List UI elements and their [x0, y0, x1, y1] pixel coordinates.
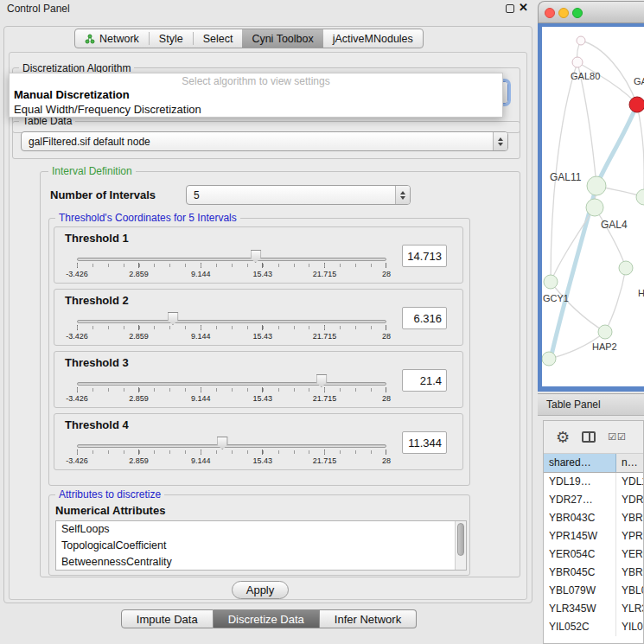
tick-label: -3.426 — [66, 332, 88, 341]
table-cell: YDR27… — [544, 491, 616, 509]
tick-marks-minor — [77, 450, 386, 454]
tick-label: 21.715 — [313, 332, 337, 341]
attribute-item[interactable]: BetweennessCentrality — [56, 554, 466, 571]
tab-cyni-toolbox[interactable]: Cyni Toolbox — [242, 29, 322, 48]
network-node-red[interactable] — [629, 97, 644, 112]
network-node[interactable] — [619, 261, 633, 275]
algorithm-popup-menu: Select algorithm to view settings Manual… — [9, 73, 503, 118]
table-row[interactable]: YBR043CYBR0 — [544, 509, 643, 527]
tick-label: 28 — [382, 332, 391, 341]
network-node[interactable] — [577, 36, 585, 45]
tick-label: 15.43 — [253, 270, 273, 278]
tick-label: 15.43 — [253, 394, 273, 403]
attributes-scrollbar[interactable] — [455, 521, 466, 570]
table-cell: YBR045C — [544, 564, 616, 582]
tab-jactivemodules[interactable]: jActiveMNodules — [323, 29, 423, 48]
threshold-value-field — [402, 369, 447, 392]
network-node[interactable] — [542, 352, 556, 366]
network-node[interactable] — [598, 325, 612, 339]
network-node-label: GAL80 — [571, 71, 600, 81]
table-data-select[interactable]: galFiltered.sif default node — [21, 131, 508, 151]
table-row[interactable]: YPR145WYPR1 — [544, 527, 643, 545]
attribute-item[interactable]: SelfLoops — [56, 521, 466, 538]
table-cell: YER054C — [544, 545, 616, 564]
tab-impute-data[interactable]: Impute Data — [121, 609, 214, 628]
slider-track[interactable] — [77, 320, 386, 323]
scrollbar-thumb[interactable] — [457, 523, 464, 556]
tab-infer-network[interactable]: Infer Network — [320, 609, 417, 628]
tab-discretize-data[interactable]: Discretize Data — [214, 609, 320, 628]
table-cell: YBL079W — [544, 582, 616, 600]
columns-icon[interactable] — [582, 431, 596, 443]
network-node[interactable] — [587, 176, 606, 195]
threshold-value-field — [402, 307, 447, 329]
network-node[interactable] — [636, 189, 644, 205]
table-row[interactable]: YBR045CYBR0 — [544, 564, 643, 582]
column-header-name[interactable]: n… — [616, 454, 643, 472]
network-node-label: GAL4 — [601, 219, 628, 231]
tick-labels: -3.4262.8599.14415.4321.71528 — [77, 456, 386, 467]
tab-network[interactable]: Network — [75, 29, 149, 48]
table-row[interactable]: YDR27…YDR2 — [544, 491, 643, 509]
select-arrows-icon — [493, 132, 507, 150]
table-cell: YDR2 — [616, 491, 643, 509]
tab-style[interactable]: Style — [150, 29, 193, 48]
column-visibility-icon[interactable]: ☑ ☑ — [608, 432, 626, 442]
tab-style-label: Style — [159, 33, 183, 45]
tick-labels: -3.4262.8599.14415.4321.71528 — [77, 332, 386, 342]
table-row[interactable]: YBL079WYBL0 — [544, 582, 643, 600]
float-icon[interactable] — [506, 4, 514, 13]
network-node[interactable] — [586, 199, 603, 216]
apply-button[interactable]: Apply — [232, 581, 289, 599]
attribute-item[interactable]: TopologicalCoefficient — [56, 538, 466, 554]
tick-label: 2.859 — [129, 394, 149, 403]
threshold-value-input[interactable] — [402, 369, 447, 392]
slider-track[interactable] — [77, 258, 386, 261]
popup-item-equal-width-frequency[interactable]: Equal Width/Frequency Discretization — [10, 102, 502, 118]
tab-select[interactable]: Select — [194, 29, 243, 48]
slider-track[interactable] — [77, 382, 386, 386]
tab-select-label: Select — [203, 33, 233, 45]
threshold-value-field — [402, 431, 447, 454]
traffic-light-close[interactable] — [545, 8, 555, 18]
traffic-light-zoom[interactable] — [572, 8, 583, 18]
network-edge — [577, 62, 637, 105]
network-edge — [605, 268, 626, 332]
threshold-value-field — [402, 245, 447, 267]
table-row[interactable]: YIL052CYIL0 — [544, 618, 643, 636]
tick-label: 2.859 — [129, 456, 149, 465]
network-node[interactable] — [544, 275, 558, 289]
table-rows: YDL19…YDL1YDR27…YDR2YBR043CYBR0YPR145WYP… — [544, 473, 643, 643]
table-row[interactable]: YLR345WYLR3 — [544, 600, 643, 618]
tick-label: 2.859 — [129, 332, 149, 341]
gear-icon[interactable]: ⚙ — [556, 430, 570, 445]
tick-label: 15.43 — [253, 456, 273, 465]
threshold-value-input[interactable] — [402, 307, 447, 329]
tick-label: 21.715 — [313, 394, 337, 403]
popup-item-manual-discretization[interactable]: Manual Discretization — [10, 87, 502, 102]
table-cell: YPR1 — [616, 527, 643, 545]
popup-placeholder-item[interactable]: Select algorithm to view settings — [10, 73, 502, 87]
table-toolbar: ⚙ ☑ ☑ — [544, 421, 643, 454]
network-node[interactable] — [572, 57, 583, 67]
table-cell: YPR145W — [544, 527, 616, 545]
network-canvas[interactable]: GAL80 GA GAL11 GAL4 GCY1 H HAP2 — [542, 27, 644, 386]
screen: Control Panel ✕ Network Style Select Cyn… — [0, 0, 644, 644]
table-row[interactable]: YER054CYER0 — [544, 545, 643, 564]
num-intervals-select[interactable]: 5 — [186, 185, 411, 205]
column-header-shared-name[interactable]: shared… — [544, 454, 616, 472]
close-icon[interactable]: ✕ — [519, 1, 528, 14]
threshold-value-input[interactable] — [402, 245, 447, 267]
threshold-label: Threshold 1 — [65, 232, 129, 245]
network-edge — [596, 105, 637, 186]
tick-marks-minor — [77, 326, 386, 329]
top-tab-bar: Network Style Select Cyni Toolbox jActiv… — [74, 29, 424, 48]
table-row[interactable]: YDL19…YDL1 — [544, 473, 643, 491]
interval-definition-group-title: Interval Definition — [48, 165, 136, 177]
tick-marks-minor — [77, 264, 386, 267]
slider-track[interactable] — [77, 444, 386, 448]
attributes-list[interactable]: SelfLoopsTopologicalCoefficientBetweenne… — [55, 520, 467, 571]
threshold-value-input[interactable] — [402, 431, 447, 454]
network-view[interactable]: GAL80 GA GAL11 GAL4 GCY1 H HAP2 — [538, 23, 644, 392]
traffic-light-minimize[interactable] — [558, 8, 569, 18]
